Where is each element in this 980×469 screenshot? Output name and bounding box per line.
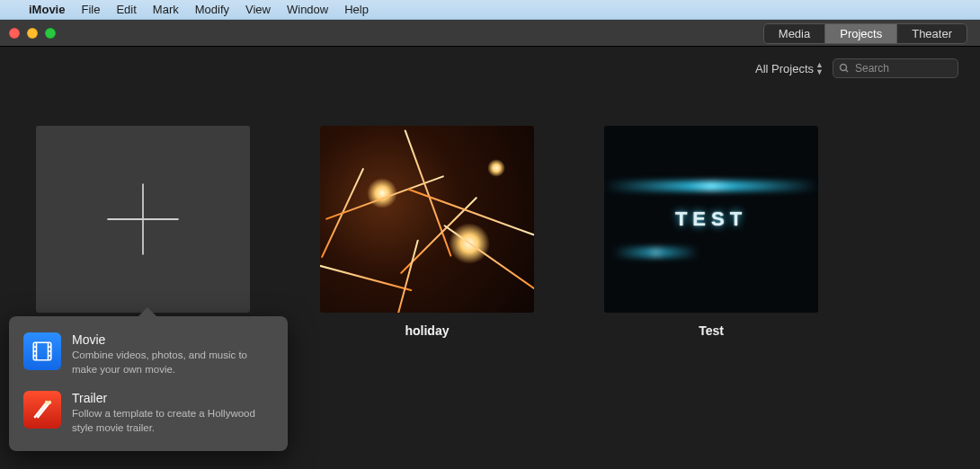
tab-media[interactable]: Media <box>764 24 825 43</box>
menubar-item-view[interactable]: View <box>245 3 271 16</box>
tab-projects[interactable]: Projects <box>825 24 897 43</box>
popover-movie-title: Movie <box>72 332 273 347</box>
popover-trailer-title: Trailer <box>72 391 273 405</box>
projects-filter-dropdown[interactable]: All Projects ▲▼ <box>755 61 824 75</box>
project-title: Test <box>699 323 724 338</box>
projects-search-input[interactable] <box>855 62 952 75</box>
plus-icon <box>103 180 183 259</box>
movie-icon <box>23 332 61 370</box>
popover-option-movie[interactable]: Movie Combine videos, photos, and music … <box>9 325 288 384</box>
popover-movie-desc: Combine videos, photos, and music to mak… <box>72 349 273 376</box>
project-card-holiday[interactable]: holiday <box>320 126 534 338</box>
menubar-item-edit[interactable]: Edit <box>116 3 136 16</box>
popover-trailer-desc: Follow a template to create a Hollywood … <box>72 407 273 435</box>
project-card-new <box>36 126 250 323</box>
trailer-icon <box>23 391 61 429</box>
project-card-test[interactable]: TEST Test <box>604 126 818 338</box>
project-thumbnail[interactable]: TEST <box>604 126 818 313</box>
imovie-window: Media Projects Theater All Projects ▲▼ <box>0 20 980 469</box>
library-tabs: Media Projects Theater <box>763 23 967 44</box>
window-fullscreen-button[interactable] <box>45 28 56 39</box>
svg-line-1 <box>846 70 849 73</box>
mac-menubar[interactable]: iMovie File Edit Mark Modify View Window… <box>0 0 980 20</box>
search-icon <box>839 63 850 74</box>
projects-filter-label: All Projects <box>755 62 814 75</box>
menubar-item-modify[interactable]: Modify <box>195 3 229 16</box>
menubar-item-help[interactable]: Help <box>344 3 369 16</box>
create-new-project-button[interactable] <box>36 126 250 313</box>
project-title: holiday <box>405 323 449 338</box>
projects-search-field[interactable] <box>833 58 958 78</box>
create-project-popover: Movie Combine videos, photos, and music … <box>9 316 288 451</box>
menubar-item-mark[interactable]: Mark <box>153 3 179 16</box>
menubar-item-window[interactable]: Window <box>287 3 328 16</box>
window-traffic-lights <box>9 28 56 39</box>
thumbnail-overlay-text: TEST <box>675 208 747 231</box>
window-minimize-button[interactable] <box>27 28 38 39</box>
window-close-button[interactable] <box>9 28 20 39</box>
menubar-item-file[interactable]: File <box>81 3 100 16</box>
svg-point-16 <box>48 401 51 404</box>
svg-point-0 <box>841 65 847 71</box>
popover-option-trailer[interactable]: Trailer Follow a template to create a Ho… <box>9 384 288 442</box>
updown-arrows-icon: ▲▼ <box>815 61 824 75</box>
window-titlebar: Media Projects Theater <box>0 20 980 47</box>
menubar-app-name[interactable]: iMovie <box>29 3 65 16</box>
projects-toolbar: All Projects ▲▼ <box>0 47 980 90</box>
project-thumbnail[interactable] <box>320 126 534 313</box>
tab-theater[interactable]: Theater <box>897 24 967 43</box>
